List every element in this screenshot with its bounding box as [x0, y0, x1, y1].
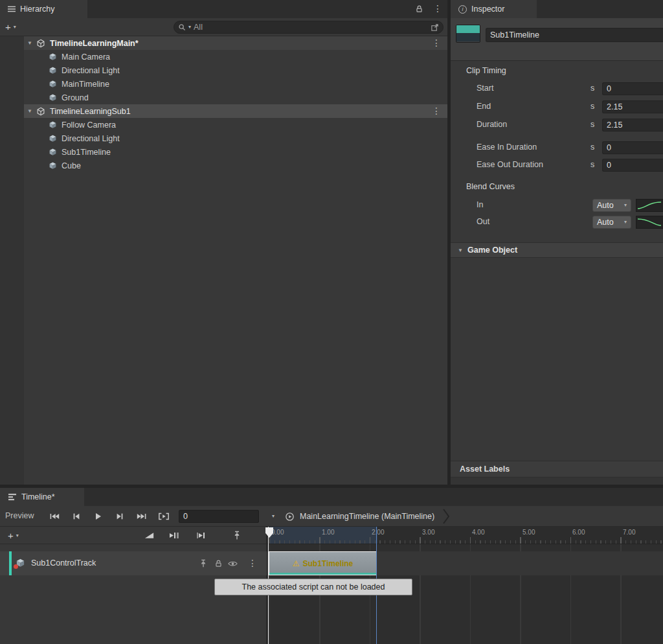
ease-out-value-field[interactable]: 0	[602, 159, 663, 172]
hierarchy-item-label: MainTimeline	[62, 80, 109, 89]
scene-name[interactable]: TimelineLearningMain*	[50, 39, 139, 48]
ease-in-value: 0	[607, 143, 611, 152]
start-value-field[interactable]: 0	[602, 82, 663, 95]
goto-end-icon	[137, 512, 147, 521]
current-frame-field[interactable]: 0	[179, 510, 259, 523]
blend-out-mode-dropdown[interactable]: Auto ▾	[592, 216, 631, 229]
create-object-button[interactable]: + ▾	[5, 22, 16, 32]
hierarchy-item-row[interactable]: MainTimeline	[24, 77, 447, 91]
hierarchy-item-label: Ground	[62, 93, 89, 102]
previous-frame-icon	[72, 512, 81, 521]
eye-icon	[228, 560, 238, 568]
playable-asset-icon	[456, 25, 480, 43]
hierarchy-item-row[interactable]: Sub1Timeline	[24, 145, 447, 159]
ruler-label: 2.00	[372, 529, 384, 536]
track-lock-button[interactable]	[214, 559, 223, 569]
timeline-clip-sub1timeline[interactable]: ⚠ Sub1Timeline	[269, 551, 377, 575]
goto-end-button[interactable]	[133, 509, 151, 524]
hierarchy-item-label: Follow Camera	[62, 121, 116, 130]
play-range-button[interactable]	[155, 509, 173, 524]
unit-label: s	[590, 143, 594, 152]
hamburger-icon	[8, 6, 16, 12]
ease-in-value-field[interactable]: 0	[602, 141, 663, 154]
scene-kebab-icon[interactable]: ⋮	[432, 38, 441, 48]
tab-timeline[interactable]: Timeline*	[0, 488, 84, 506]
scene-row-main[interactable]: ▼ TimelineLearningMain* ⋮	[24, 36, 447, 50]
track-pin-button[interactable]	[199, 559, 207, 570]
tab-inspector[interactable]: i Inspector	[451, 0, 537, 18]
dropdown-caret-icon: ▾	[14, 25, 16, 30]
marker-pin-icon	[233, 531, 241, 540]
preview-toggle-button[interactable]: Preview	[5, 511, 34, 520]
show-markers-button[interactable]	[233, 531, 241, 542]
tab-inspector-label: Inspector	[471, 5, 504, 14]
tab-hierarchy[interactable]: Hierarchy	[0, 0, 87, 18]
ruler-major-ticks	[267, 537, 663, 544]
game-object-header[interactable]: ▼ Game Object	[451, 242, 663, 258]
foldout-icon[interactable]: ▼	[25, 108, 34, 114]
breadcrumb[interactable]: MainLearningTimeline (MainTimeline)	[285, 506, 450, 527]
hierarchy-item-row[interactable]: Ground	[24, 91, 447, 104]
gameobject-cube-icon	[49, 148, 57, 156]
lock-icon[interactable]	[415, 5, 423, 15]
previous-frame-button[interactable]	[67, 509, 85, 524]
goto-start-button[interactable]	[45, 509, 63, 524]
goto-start-icon	[49, 512, 60, 521]
clip-timing-row: Duration s 2.15	[451, 117, 663, 134]
hierarchy-item-row[interactable]: Directional Light	[24, 63, 447, 77]
open-search-window-icon[interactable]	[431, 23, 439, 32]
mix-mode-button[interactable]	[144, 531, 155, 542]
unit-label: s	[590, 84, 594, 93]
ruler-label: 5.00	[523, 529, 535, 536]
hierarchy-item-row[interactable]: Follow Camera	[24, 118, 447, 132]
current-frame-value: 0	[183, 512, 188, 521]
hierarchy-panel: Hierarchy ⋮ + ▾ ▾ All ▼	[0, 0, 447, 485]
blend-curves-title: Blend Curves	[466, 182, 515, 191]
unity-scene-icon	[36, 39, 45, 48]
next-frame-button[interactable]	[111, 509, 129, 524]
start-value: 0	[607, 84, 611, 93]
inspector-footer	[451, 477, 663, 485]
plus-icon: +	[5, 22, 11, 32]
track-menu-kebab-icon[interactable]: ⋮	[248, 558, 257, 568]
end-value-field[interactable]: 2.15	[602, 100, 663, 113]
track-header-sub1controltrack[interactable]: Sub1ControlTrack ⋮	[0, 551, 266, 575]
asset-labels-label: Asset Labels	[460, 465, 510, 474]
add-track-button[interactable]: + ▾	[8, 531, 19, 540]
scene-kebab-icon[interactable]: ⋮	[432, 106, 441, 116]
next-frame-icon	[115, 512, 124, 521]
hierarchy-item-row[interactable]: Cube	[24, 159, 447, 172]
blend-out-curve-preview[interactable]	[636, 216, 663, 229]
object-name-field[interactable]: Sub1Timeline	[486, 28, 663, 42]
search-field[interactable]: ▾ All	[174, 21, 444, 34]
foldout-icon[interactable]: ▼	[25, 40, 34, 46]
timeline-ruler[interactable]: 0.00 1.00 2.00 3.00 4.00 5.00 6.00 7.00	[266, 527, 663, 544]
field-label: Start	[477, 84, 493, 93]
blend-in-mode-dropdown[interactable]: Auto ▾	[592, 199, 631, 212]
gameobject-cube-icon	[49, 66, 57, 75]
breadcrumb-label: MainLearningTimeline (MainTimeline)	[300, 512, 434, 521]
ripple-mode-button[interactable]	[168, 531, 180, 542]
frame-options-caret-icon[interactable]: ▾	[272, 514, 275, 519]
asset-labels-header[interactable]: Asset Labels	[451, 461, 663, 477]
hierarchy-item-label: Directional Light	[62, 134, 120, 143]
gameobject-cube-icon	[49, 93, 57, 102]
search-filter-caret-icon: ▾	[188, 25, 191, 30]
blend-out-mode: Auto	[597, 218, 614, 227]
blend-in-curve-preview[interactable]	[636, 199, 663, 212]
replace-mode-button[interactable]	[196, 531, 207, 542]
play-button[interactable]	[89, 509, 107, 524]
track-mute-button[interactable]	[228, 560, 238, 569]
info-icon: i	[458, 5, 467, 14]
hierarchy-item-row[interactable]: Main Camera	[24, 50, 447, 63]
scene-name[interactable]: TimelineLearningSub1	[50, 107, 131, 116]
field-label: Out	[477, 217, 489, 226]
unity-scene-icon	[36, 107, 45, 116]
hierarchy-menu-kebab-icon[interactable]: ⋮	[433, 3, 442, 14]
hierarchy-item-row[interactable]: Directional Light	[24, 132, 447, 145]
control-track-icon	[16, 558, 26, 568]
duration-value-field[interactable]: 2.15	[602, 119, 663, 132]
scene-row-sub1[interactable]: ▼ TimelineLearningSub1 ⋮	[24, 104, 447, 118]
timeline-panel: Timeline* Preview	[0, 488, 663, 644]
hierarchy-tree: ▼ TimelineLearningMain* ⋮ Main Camera Di…	[0, 36, 447, 485]
